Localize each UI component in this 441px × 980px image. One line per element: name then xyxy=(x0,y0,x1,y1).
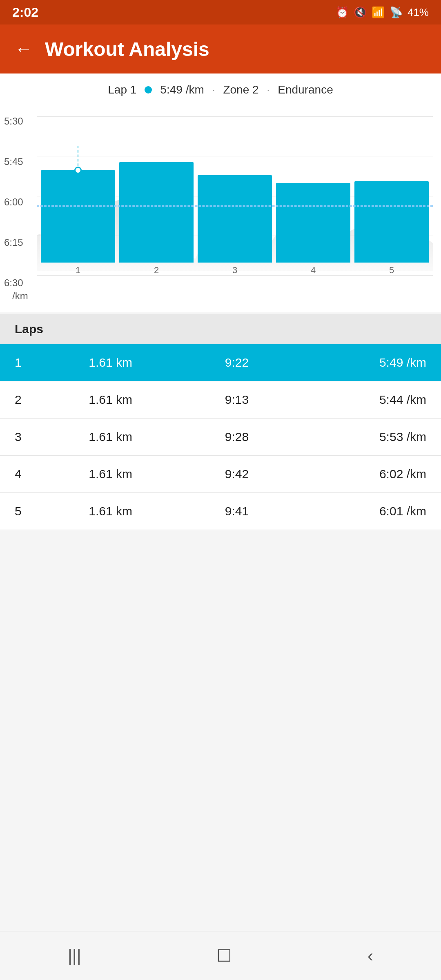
legend-lap-label: Lap 1 xyxy=(108,83,136,96)
bar-label-5: 5 xyxy=(389,265,394,276)
back-nav-button[interactable]: ‹ xyxy=(368,946,373,966)
x-axis-unit: /km xyxy=(12,288,433,308)
y-label-4: 6:15 xyxy=(4,238,23,247)
laps-section: Laps 1 1.61 km 9:22 5:49 /km 2 1.61 km 9… xyxy=(0,314,441,530)
lap-row-1[interactable]: 1 1.61 km 9:22 5:49 /km xyxy=(0,344,441,381)
lap-time-1: 9:22 xyxy=(174,356,300,370)
lap-dist-3: 1.61 km xyxy=(47,430,174,444)
lap-pace-3: 5:53 /km xyxy=(300,430,426,444)
lap-pace-5: 6:01 /km xyxy=(300,504,426,518)
lap-pace-2: 5:44 /km xyxy=(300,393,426,407)
bar-wrapper-3[interactable]: 3 xyxy=(198,116,272,276)
y-label-2: 5:45 xyxy=(4,157,23,167)
wifi-icon: 📶 xyxy=(372,6,385,19)
legend-pace: 5:49 /km xyxy=(160,83,204,96)
lap-row-4[interactable]: 4 1.61 km 9:42 6:02 /km xyxy=(0,456,441,493)
bar-wrapper-2[interactable]: 2 xyxy=(119,116,194,276)
laps-header: Laps xyxy=(0,314,441,344)
legend-sep1: · xyxy=(212,84,215,96)
bar-wrapper-4[interactable]: 4 xyxy=(276,116,350,276)
mute-icon: 🔇 xyxy=(354,6,367,19)
bars-container: 1 2 3 4 5 xyxy=(37,116,433,276)
legend-zone: Zone 2 xyxy=(223,83,258,96)
lap-dist-4: 1.61 km xyxy=(47,467,174,481)
y-label-3: 6:00 xyxy=(4,197,23,207)
bar-label-3: 3 xyxy=(232,265,237,276)
lap-dist-5: 1.61 km xyxy=(47,504,174,518)
page-title: Workout Analysis xyxy=(45,38,209,60)
lap-num-5: 5 xyxy=(15,504,47,518)
bar-label-4: 4 xyxy=(311,265,316,276)
legend-dot-icon xyxy=(145,86,152,94)
y-label-1: 5:30 xyxy=(4,116,23,126)
lap-num-2: 2 xyxy=(15,393,47,407)
chart-inner: 5:30 5:45 6:00 6:15 6:30 xyxy=(37,116,433,288)
lap-time-3: 9:28 xyxy=(174,430,300,444)
lap-dist-2: 1.61 km xyxy=(47,393,174,407)
alarm-icon: ⏰ xyxy=(336,6,349,19)
signal-icon: 📡 xyxy=(390,6,403,19)
home-button[interactable]: ☐ xyxy=(216,946,232,966)
lap-time-4: 9:42 xyxy=(174,467,300,481)
lap-time-5: 9:41 xyxy=(174,504,300,518)
bar-1 xyxy=(41,170,115,263)
bar-3 xyxy=(198,175,272,263)
status-bar: 2:02 ⏰ 🔇 📶 📡 41% xyxy=(0,0,441,24)
back-button[interactable]: ← xyxy=(15,39,33,59)
nav-bar: ||| ☐ ‹ xyxy=(0,931,441,980)
lap-num-1: 1 xyxy=(15,356,47,370)
lap-row-3[interactable]: 3 1.61 km 9:28 5:53 /km xyxy=(0,419,441,456)
bar-label-1: 1 xyxy=(76,265,80,276)
lap-num-3: 3 xyxy=(15,430,47,444)
bottom-spacer xyxy=(0,530,441,587)
lap-pace-4: 6:02 /km xyxy=(300,467,426,481)
legend-type: Endurance xyxy=(278,83,333,96)
battery-label: 41% xyxy=(408,6,429,19)
lap-pace-1: 5:49 /km xyxy=(300,356,426,370)
bar-5 xyxy=(354,181,429,263)
chart-container: 5:30 5:45 6:00 6:15 6:30 xyxy=(0,104,441,312)
status-icons: ⏰ 🔇 📶 📡 41% xyxy=(336,6,429,19)
status-time: 2:02 xyxy=(12,5,38,20)
tooltip-dot-1 xyxy=(74,167,82,174)
bar-4 xyxy=(276,183,350,263)
bar-2 xyxy=(119,162,194,263)
bar-label-2: 2 xyxy=(154,265,159,276)
lap-dist-1: 1.61 km xyxy=(47,356,174,370)
recents-button[interactable]: ||| xyxy=(68,946,81,966)
lap-num-4: 4 xyxy=(15,467,47,481)
legend-sep2: · xyxy=(267,84,270,96)
y-label-5: 6:30 xyxy=(4,278,23,288)
app-header: ← Workout Analysis xyxy=(0,24,441,74)
lap-time-2: 9:13 xyxy=(174,393,300,407)
bar-wrapper-5[interactable]: 5 xyxy=(354,116,429,276)
bar-wrapper-1[interactable]: 1 xyxy=(41,116,115,276)
chart-legend: Lap 1 5:49 /km · Zone 2 · Endurance xyxy=(0,74,441,104)
y-axis: 5:30 5:45 6:00 6:15 6:30 xyxy=(4,116,23,288)
laps-table: 1 1.61 km 9:22 5:49 /km 2 1.61 km 9:13 5… xyxy=(0,344,441,530)
lap-row-2[interactable]: 2 1.61 km 9:13 5:44 /km xyxy=(0,381,441,419)
lap-row-5[interactable]: 5 1.61 km 9:41 6:01 /km xyxy=(0,493,441,530)
